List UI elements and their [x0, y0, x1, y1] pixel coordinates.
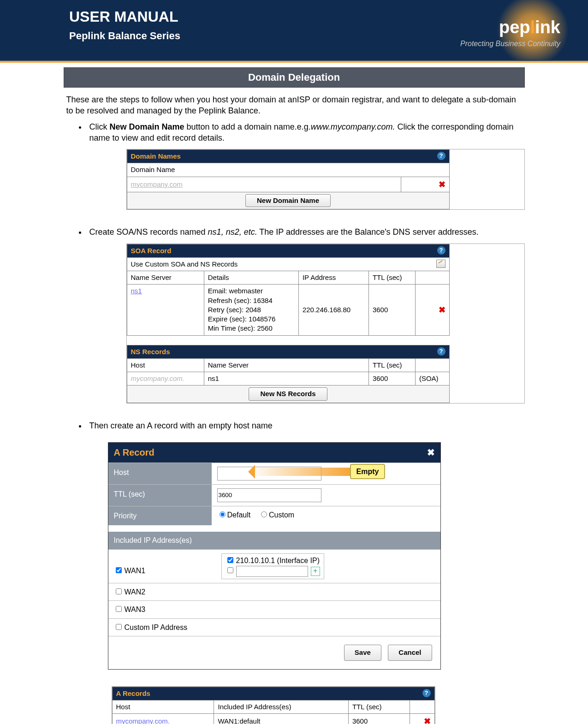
- save-button[interactable]: Save: [344, 645, 381, 660]
- step-1: Click New Domain Name button to add a do…: [87, 121, 525, 210]
- wan1-text: WAN1: [125, 567, 146, 575]
- wan1-ip-extra-checkbox[interactable]: [227, 567, 233, 573]
- domain-link[interactable]: mycompany.com: [131, 180, 183, 188]
- step1-mid: button to add a domain name.e.g.: [184, 122, 311, 131]
- brand-tagline: Protecting Business Continuity: [460, 40, 560, 48]
- fig2-soa-col0: Name Server: [127, 271, 204, 285]
- step3-text: Then create an A record with an empty ho…: [89, 421, 273, 430]
- step-2: Create SOA/NS records named ns1, ns2, et…: [87, 226, 525, 403]
- help-icon[interactable]: ?: [437, 152, 445, 160]
- step1-italic: www.mycompany.com.: [311, 122, 395, 131]
- step1-bold: New Domain Name: [110, 122, 184, 131]
- priority-default-text: Default: [227, 511, 251, 519]
- fig4-col0: Host: [112, 700, 214, 713]
- host-label: Host: [108, 463, 212, 484]
- new-ns-records-button[interactable]: New NS Records: [249, 387, 327, 400]
- delete-a-record-button[interactable]: ✖: [424, 716, 431, 724]
- priority-custom-text: Custom: [269, 511, 294, 519]
- doc-title: USER MANUAL: [69, 8, 180, 25]
- fig2-soa-col3: TTL (sec): [368, 271, 415, 285]
- a-record-title: A Record: [114, 447, 154, 457]
- figure-domain-names: Domain Names? Domain Name mycompany.com …: [126, 149, 525, 210]
- ns-ttl: 3600: [368, 372, 415, 386]
- custom-ip-checkbox[interactable]: [116, 624, 122, 630]
- header-bar: USER MANUAL Peplink Balance Series pepli…: [0, 0, 588, 60]
- wan1-row: WAN1 210.10.10.1 (Interface IP) +: [108, 549, 440, 583]
- brand-post: ink: [535, 18, 560, 37]
- fig2-ns-col3: [415, 358, 449, 372]
- step2-pre: Create SOA/NS records named: [89, 227, 208, 237]
- fig2-soa-col2: IP Address: [298, 271, 368, 285]
- ns-host: mycompany.com.: [131, 374, 184, 382]
- fig2-soa-row-text: Use Custom SOA and NS Records: [131, 260, 238, 268]
- wan1-ip-extra-input[interactable]: [236, 566, 308, 577]
- fig2-ns-col1: Name Server: [204, 358, 368, 372]
- figure-a-records-table: A Records? Host Included IP Address(es) …: [112, 686, 435, 724]
- fig2-ns-col2: TTL (sec): [368, 358, 415, 372]
- new-domain-name-button[interactable]: New Domain Name: [245, 194, 331, 207]
- brand-logo: peplink Protecting Business Continuity: [413, 0, 574, 60]
- figure-a-record-form: A Record ✖ Host Empty TTL (sec): [108, 442, 441, 670]
- soa-ttl: 3600: [368, 285, 415, 335]
- fig2-soa-col1: Details: [204, 271, 298, 285]
- wan1-checkbox[interactable]: [116, 567, 122, 573]
- ttl-input[interactable]: [217, 488, 321, 502]
- help-icon[interactable]: ?: [437, 347, 445, 356]
- included-ip-label: Included IP Address(es): [108, 532, 440, 549]
- close-button[interactable]: ✖: [427, 446, 435, 459]
- wan1-ip-checkbox[interactable]: [227, 557, 233, 563]
- soa-details: Email: webmaster Refresh (sec): 16384 Re…: [204, 285, 298, 335]
- arrow-icon: [249, 468, 350, 476]
- priority-custom-radio[interactable]: [261, 511, 267, 517]
- brand-pre: pep: [499, 18, 530, 37]
- fig4-title: A Records: [116, 689, 150, 697]
- ttl-label: TTL (sec): [108, 485, 212, 506]
- soa-ns-link[interactable]: ns1: [131, 287, 142, 295]
- step2-post: The IP addresses are the Balance's DNS s…: [257, 227, 479, 237]
- help-icon[interactable]: ?: [422, 689, 431, 697]
- soa-ip: 220.246.168.80: [298, 285, 368, 335]
- fig2-soa-title-text: SOA Record: [131, 247, 172, 255]
- fig2-ns-title-text: NS Records: [131, 348, 170, 356]
- cancel-button[interactable]: Cancel: [388, 645, 432, 660]
- empty-callout: Empty: [350, 464, 386, 480]
- step2-italic: ns1, ns2, etc.: [208, 227, 257, 237]
- step-3: Then create an A record with an empty ho…: [87, 420, 525, 724]
- wan1-ip-text: 210.10.10.1 (Interface IP): [236, 557, 320, 564]
- a-record-inc: WAN1:default: [214, 714, 348, 724]
- figure-soa-ns: SOA Record? Use Custom SOA and NS Record…: [126, 243, 525, 404]
- section-title: Domain Delegation: [64, 67, 525, 88]
- fig1-col: Domain Name: [127, 163, 449, 177]
- fig4-col1: Included IP Address(es): [214, 700, 348, 713]
- custom-ip-text: Custom IP Address: [125, 623, 188, 631]
- priority-default-radio[interactable]: [220, 511, 226, 517]
- help-icon[interactable]: ?: [437, 246, 445, 255]
- brand-mid: l: [530, 18, 535, 37]
- priority-label: Priority: [108, 506, 212, 526]
- fig2-ns-title: NS Records?: [127, 345, 449, 358]
- wan3-checkbox[interactable]: [116, 606, 122, 612]
- a-record-host-link[interactable]: mycompany.com.: [116, 717, 170, 724]
- fig2-soa-row: Use Custom SOA and NS Records: [127, 257, 449, 271]
- edit-icon[interactable]: [436, 260, 445, 268]
- wan3-text: WAN3: [125, 605, 146, 613]
- fig1-title-text: Domain Names: [131, 152, 181, 160]
- a-record-ttl: 3600: [348, 714, 410, 724]
- fig1-title: Domain Names?: [127, 150, 449, 163]
- add-ip-button[interactable]: +: [311, 567, 320, 576]
- intro-text: These are the steps to follow when you h…: [64, 88, 525, 119]
- wan2-text: WAN2: [125, 588, 146, 596]
- fig4-col2: TTL (sec): [348, 700, 410, 713]
- ns-ns: ns1: [204, 372, 368, 386]
- ns-tag: (SOA): [415, 372, 449, 386]
- delete-domain-button[interactable]: ✖: [439, 179, 445, 190]
- doc-subtitle: Peplink Balance Series: [69, 30, 180, 42]
- fig2-ns-col0: Host: [127, 358, 204, 372]
- delete-soa-button[interactable]: ✖: [439, 304, 445, 315]
- wan2-checkbox[interactable]: [116, 588, 122, 594]
- step1-pre: Click: [89, 122, 110, 131]
- fig2-soa-title: SOA Record?: [127, 244, 449, 257]
